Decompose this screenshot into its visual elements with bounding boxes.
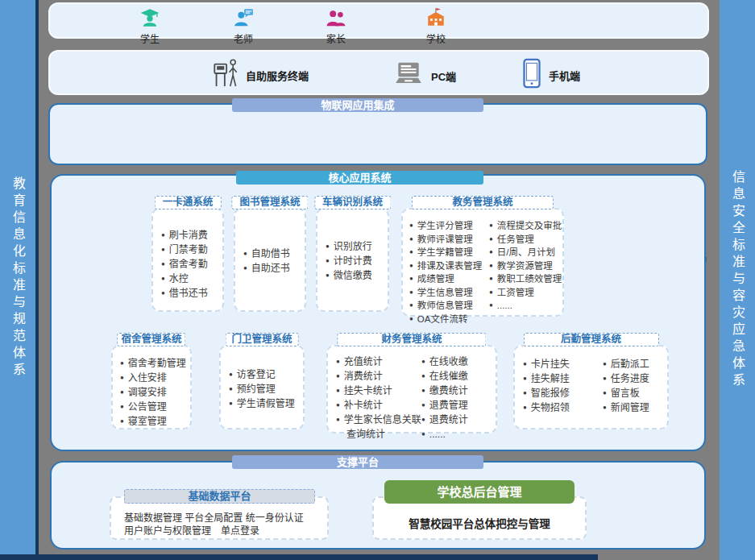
list-item: OA文件流转: [409, 313, 489, 327]
list-item: 教师信息管理: [409, 300, 489, 313]
smart-campus-architecture-diagram: 教育信息化标准与规范体系 信息安全标准与容灾应急体系 学生 老师 家长: [0, 0, 755, 560]
list-item: 排课及课表管理: [409, 260, 489, 274]
user-parent: 家长: [302, 7, 370, 45]
list-item: 后勤派工: [603, 358, 667, 372]
terminal-pc: PC端: [393, 61, 456, 90]
list-item: 卡片挂失: [523, 358, 603, 372]
list-item: ......: [421, 428, 496, 442]
system-box-library: 图书管理系统 自助借书 自助还书: [234, 208, 306, 312]
list-item: 失物招领: [523, 401, 603, 416]
list-item: 门禁考勤: [161, 243, 222, 258]
list-item: 缴费统计: [421, 384, 496, 399]
list-item: 工资管理: [489, 287, 562, 301]
users-panel: 学生 老师 家长 学校: [48, 2, 709, 39]
list-item: 学生家长信息关联查询统计: [336, 413, 421, 441]
system-box-logistics: 后勤管理系统 卡片挂失 挂失解挂 智能报修 失物招领 后勤派工 任务进度 留言板…: [513, 345, 669, 429]
user-teacher: 老师: [209, 7, 277, 45]
list-item: 补卡统计: [336, 399, 421, 413]
support-banner: 支撑平台: [232, 455, 483, 469]
list-item: 学生请假管理: [229, 397, 303, 412]
list-item: 在线催缴: [421, 370, 496, 384]
list-item: 调寝安排: [120, 386, 190, 400]
list-item: 预约管理: [229, 383, 303, 397]
terminal-label: 手机端: [549, 68, 580, 83]
list-item: 入住安排: [120, 371, 190, 386]
list-item: 退费统计: [421, 413, 496, 428]
list-item: 学生评分管理: [409, 220, 489, 234]
list-item: 消费统计: [336, 370, 421, 384]
user-school: 学校: [402, 7, 470, 45]
student-icon: [139, 17, 160, 31]
iot-banner: 物联网应用集成: [232, 98, 483, 112]
list-item: 自助借书: [243, 247, 305, 262]
system-box-finance: 财务管理系统 充值统计 消费统计 挂失卡统计 补卡统计 学生家长信息关联查询统计…: [326, 345, 497, 433]
system-box-title: 车辆识别系统: [314, 196, 391, 209]
terminal-label: PC端: [431, 68, 456, 84]
user-label: 家长: [302, 31, 370, 45]
system-box-title: 图书管理系统: [231, 196, 308, 209]
system-box-vehicle: 车辆识别系统 识别放行 计时计费 微信缴费: [316, 208, 389, 312]
list-item: 挂失卡统计: [336, 384, 421, 399]
list-item: 宿舍考勤管理: [120, 357, 190, 371]
list-item: 充值统计: [336, 355, 421, 370]
list-item: ......: [489, 300, 562, 313]
core-banner: 核心应用系统: [236, 171, 483, 185]
list-item: 自助还书: [243, 262, 305, 276]
kiosk-icon: [213, 56, 239, 94]
school-admin-title: 学校总后台管理: [384, 480, 575, 504]
list-item: 访客登记: [229, 368, 303, 383]
list-item: 成绩管理: [409, 273, 489, 287]
list-item: 寝室管理: [120, 415, 190, 429]
list-item: 在线收缴: [421, 355, 496, 370]
list-item: 教学资源管理: [489, 260, 562, 274]
system-box-onecard: 一卡通系统 刷卡消费 门禁考勤 宿舍考勤 水控 借书还书: [151, 208, 224, 312]
system-box-gate: 门卫管理系统 访客登记 预约管理 学生请假管理: [219, 345, 305, 429]
system-box-title: 一卡通系统: [155, 196, 222, 209]
bottom-accent-bar: [0, 554, 598, 560]
user-label: 学校: [402, 31, 470, 45]
base-platform-line1: 基础数据管理 平台全局配置 统一身份认证: [124, 512, 321, 525]
terminal-kiosk: 自助服务终端: [213, 56, 309, 94]
system-box-title: 门卫管理系统: [226, 333, 299, 346]
system-box-dorm: 宿舍管理系统 宿舍考勤管理 入住安排 调寝安排 公告管理 寝室管理: [111, 345, 192, 429]
list-item: 任务管理: [489, 234, 562, 247]
list-item: 识别放行: [326, 240, 388, 255]
user-label: 老师: [209, 31, 277, 45]
left-accent-line: [35, 0, 39, 555]
phone-icon: [522, 58, 541, 92]
list-item: 任务进度: [603, 372, 667, 387]
list-item: 公告管理: [120, 400, 190, 415]
system-box-academic: 教务管理系统 学生评分管理 教师评课管理 学生学籍管理 排课及课表管理 成绩管理…: [401, 208, 564, 317]
left-sidebar: 教育信息化标准与规范体系: [0, 0, 35, 555]
list-item: 计时计费: [326, 255, 388, 269]
list-item: 宿舍考勤: [161, 258, 222, 272]
system-box-title: 后勤管理系统: [523, 333, 658, 346]
list-item: 教师评课管理: [409, 234, 489, 247]
list-item: 日/周、月计划: [489, 247, 562, 260]
list-item: 微信缴费: [326, 269, 388, 284]
list-item: 水控: [161, 272, 222, 287]
right-sidebar-label: 信息安全标准与容灾应急体系: [728, 170, 747, 390]
pc-icon: [393, 61, 424, 90]
list-item: 借书还书: [161, 287, 222, 301]
iot-panel: 智慧门禁 智慧一卡通 智慧停车场 智慧安防 智慧考勤: [48, 103, 707, 165]
list-item: 教职工绩效管理: [489, 273, 562, 287]
terminal-label: 自助服务终端: [246, 68, 309, 83]
base-data-platform-title: 基础数据平台: [124, 489, 315, 504]
user-student: 学生: [116, 7, 184, 45]
list-item: 挂失解挂: [523, 372, 603, 387]
list-item: 留言板: [603, 387, 667, 401]
list-item: 新闻管理: [603, 401, 667, 416]
list-item: 学生学籍管理: [409, 247, 489, 260]
list-item: 学生信息管理: [409, 287, 489, 301]
right-sidebar: 信息安全标准与容灾应急体系: [720, 0, 755, 560]
base-platform-line2: 用户账户与权限管理 单点登录: [124, 525, 321, 537]
list-item: 退费管理: [421, 399, 496, 413]
parents-icon: [326, 17, 346, 31]
terminals-panel: 自助服务终端 PC端 手机端: [48, 50, 709, 95]
system-box-title: 财务管理系统: [337, 333, 486, 346]
system-box-title: 教务管理系统: [412, 196, 554, 209]
system-box-title: 宿舍管理系统: [117, 333, 185, 346]
school-icon: [425, 17, 446, 31]
user-label: 学生: [116, 31, 184, 45]
